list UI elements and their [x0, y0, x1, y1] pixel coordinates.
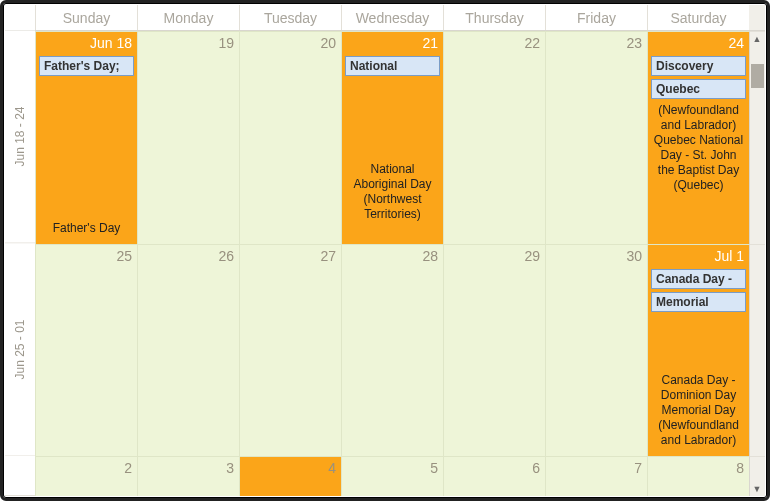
weekday-header: Sunday Monday Tuesday Wednesday Thursday…	[5, 5, 765, 31]
weekday-monday: Monday	[137, 5, 239, 30]
day-cell[interactable]: 22	[443, 31, 545, 244]
day-cell[interactable]: 8	[647, 456, 749, 496]
date-number: 28	[342, 245, 443, 267]
date-number: 27	[240, 245, 341, 267]
day-cell[interactable]: 23	[545, 31, 647, 244]
date-number: Jun 18	[36, 32, 137, 54]
weekday-sunday: Sunday	[35, 5, 137, 30]
calendar: Sunday Monday Tuesday Wednesday Thursday…	[5, 5, 765, 496]
date-number: 2	[36, 457, 137, 479]
date-number: 21	[342, 32, 443, 54]
date-number: Jul 1	[648, 245, 749, 267]
event-chips: Father's Day;	[36, 54, 137, 78]
day-cell[interactable]: 20	[239, 31, 341, 244]
date-number: 26	[138, 245, 239, 267]
day-cell[interactable]: 29	[443, 244, 545, 457]
event-chip[interactable]: National	[345, 56, 440, 76]
date-number: 3	[138, 457, 239, 479]
scrollbar-gutter[interactable]: ▼	[749, 456, 765, 496]
scrollbar-header-gutter	[749, 5, 765, 30]
event-chips: National	[342, 54, 443, 78]
date-number: 6	[444, 457, 545, 479]
day-cell[interactable]: 24 Discovery Quebec (Newfoundland and La…	[647, 31, 749, 244]
date-number: 7	[546, 457, 647, 479]
event-chips: Canada Day - Memorial	[648, 267, 749, 314]
event-description: (Newfoundland and Labrador) Quebec Natio…	[648, 101, 749, 195]
weekday-friday: Friday	[545, 5, 647, 30]
day-cell[interactable]: 25	[35, 244, 137, 457]
event-description: Canada Day - Dominion Day Memorial Day (…	[648, 371, 749, 450]
day-cell[interactable]: 26	[137, 244, 239, 457]
date-number: 20	[240, 32, 341, 54]
scrollbar-thumb[interactable]	[751, 64, 764, 88]
weekday-saturday: Saturday	[647, 5, 749, 30]
date-number: 5	[342, 457, 443, 479]
day-cell[interactable]: 21 National National Aboriginal Day (Nor…	[341, 31, 443, 244]
event-chip[interactable]: Canada Day -	[651, 269, 746, 289]
day-cell[interactable]: Jul 1 Canada Day - Memorial Canada Day -…	[647, 244, 749, 457]
day-cell[interactable]: 19	[137, 31, 239, 244]
day-cell[interactable]: 6	[443, 456, 545, 496]
day-cell[interactable]: Jun 18 Father's Day; Father's Day	[35, 31, 137, 244]
day-cell[interactable]: 30	[545, 244, 647, 457]
calendar-frame: Sunday Monday Tuesday Wednesday Thursday…	[0, 0, 770, 501]
scrollbar-gutter[interactable]	[749, 244, 765, 457]
day-cell[interactable]: 4	[239, 456, 341, 496]
date-number: 8	[648, 457, 749, 479]
calendar-body: Jun 18 - 24 Jun 18 Father's Day; Father'…	[5, 31, 765, 496]
week-label-2: Jun 25 - 01	[5, 244, 35, 457]
date-number: 30	[546, 245, 647, 267]
day-cell[interactable]: 3	[137, 456, 239, 496]
date-number: 29	[444, 245, 545, 267]
scroll-up-icon[interactable]: ▲	[751, 33, 763, 45]
weekday-wednesday: Wednesday	[341, 5, 443, 30]
day-cell[interactable]: 27	[239, 244, 341, 457]
event-chips: Discovery Quebec	[648, 54, 749, 101]
day-cell[interactable]: 2	[35, 456, 137, 496]
event-chip[interactable]: Memorial	[651, 292, 746, 312]
date-number: 24	[648, 32, 749, 54]
event-chip[interactable]: Quebec	[651, 79, 746, 99]
event-chip[interactable]: Discovery	[651, 56, 746, 76]
scroll-down-icon[interactable]: ▼	[751, 483, 763, 495]
event-chip[interactable]: Father's Day;	[39, 56, 134, 76]
rowlabel-spacer	[5, 5, 35, 30]
event-description: National Aboriginal Day (Northwest Terri…	[342, 160, 443, 224]
week-label-1: Jun 18 - 24	[5, 31, 35, 244]
scrollbar-gutter[interactable]: ▲	[749, 31, 765, 244]
weekday-tuesday: Tuesday	[239, 5, 341, 30]
date-number: 19	[138, 32, 239, 54]
date-number: 22	[444, 32, 545, 54]
weekday-thursday: Thursday	[443, 5, 545, 30]
week-label-3	[5, 456, 35, 496]
date-number: 23	[546, 32, 647, 54]
day-cell[interactable]: 5	[341, 456, 443, 496]
day-cell[interactable]: 7	[545, 456, 647, 496]
event-description: Father's Day	[36, 219, 137, 238]
date-number: 25	[36, 245, 137, 267]
date-number: 4	[240, 457, 341, 479]
day-cell[interactable]: 28	[341, 244, 443, 457]
